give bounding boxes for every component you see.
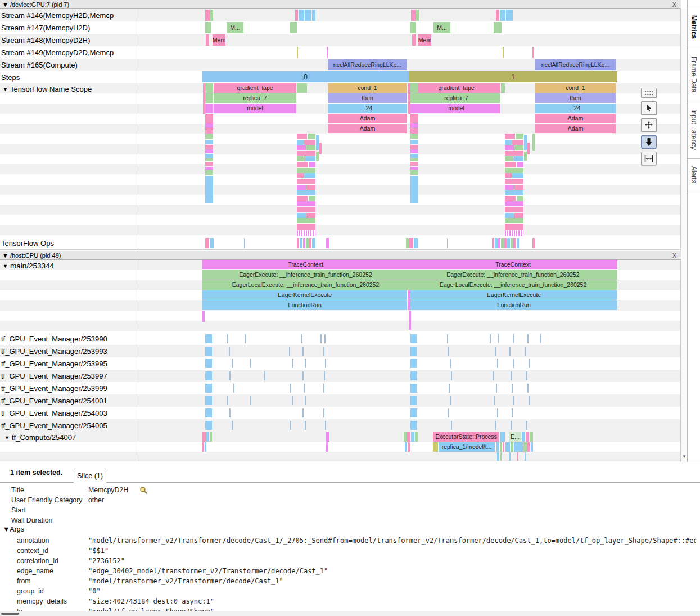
trace-slice[interactable] xyxy=(408,300,410,310)
trace-slice[interactable] xyxy=(525,452,526,461)
trace-slice[interactable] xyxy=(410,170,418,175)
trace-slice[interactable] xyxy=(210,238,214,248)
trace-slice[interactable] xyxy=(410,93,418,103)
trace-slice[interactable] xyxy=(297,185,306,190)
trace-slice[interactable] xyxy=(308,134,315,139)
trace-slice[interactable] xyxy=(492,238,494,248)
trace-slice[interactable] xyxy=(501,238,504,248)
scope-adam[interactable]: Adam xyxy=(328,114,407,123)
track-tensorflow-ops[interactable]: TensorFlow Ops xyxy=(0,237,681,250)
nccl-allreduce-slice[interactable]: ncclAllReduceRingLLKe... xyxy=(328,59,407,70)
trace-slice[interactable] xyxy=(297,83,307,93)
gpu-section-title[interactable]: ▼ /device:GPU:7 (pid 7) xyxy=(2,1,69,8)
scope-model[interactable]: model xyxy=(214,104,296,113)
trace-slice[interactable] xyxy=(505,145,514,150)
scope-model[interactable]: model xyxy=(412,104,500,113)
event-tick[interactable] xyxy=(490,334,491,343)
trace-slice[interactable] xyxy=(503,47,504,58)
trace-slice[interactable] xyxy=(205,154,213,158)
host-section-title[interactable]: ▼ /host:CPU (pid 49) xyxy=(2,252,61,259)
scope-adam[interactable]: Adam xyxy=(535,124,616,133)
trace-slice[interactable] xyxy=(511,238,513,248)
trace-slice[interactable] xyxy=(505,190,523,195)
trace-slice[interactable] xyxy=(297,196,308,201)
scope-adam[interactable]: Adam xyxy=(328,124,407,133)
trace-slice[interactable] xyxy=(498,238,500,248)
gpu-event-slice[interactable] xyxy=(410,359,417,368)
trace-slice[interactable] xyxy=(299,10,304,21)
trace-slice[interactable] xyxy=(505,218,523,223)
trace-slice[interactable] xyxy=(205,128,213,134)
trace-slice[interactable] xyxy=(532,134,535,151)
trace-slice[interactable] xyxy=(410,149,418,153)
event-tick[interactable] xyxy=(301,334,302,343)
trace-slice[interactable] xyxy=(304,140,315,145)
trace-slice[interactable] xyxy=(517,196,523,201)
trace-slice[interactable] xyxy=(312,238,315,248)
trace-slice[interactable] xyxy=(517,238,519,248)
event-tick[interactable] xyxy=(448,347,449,356)
trace-slice[interactable] xyxy=(410,104,418,113)
trace-slice[interactable] xyxy=(205,238,209,248)
memcpy-slice[interactable]: Mem xyxy=(213,34,225,46)
close-button[interactable]: X xyxy=(672,252,676,259)
trace-slice[interactable] xyxy=(505,224,523,230)
trace-slice[interactable] xyxy=(205,104,213,113)
trace-slice[interactable] xyxy=(512,140,523,145)
trace-slice[interactable] xyxy=(205,93,213,103)
track-gpu-event-manager-254005[interactable]: tf_GPU_Event_Manager/254005 xyxy=(0,419,681,431)
event-tick[interactable] xyxy=(232,359,233,368)
trace-slice[interactable] xyxy=(297,162,308,167)
event-tick[interactable] xyxy=(302,371,304,380)
slice-eagerlocalexecute[interactable]: EagerLocalExecute: __inference_train_fun… xyxy=(409,280,617,290)
trace-slice[interactable] xyxy=(505,134,515,139)
event-tick[interactable] xyxy=(233,384,234,393)
vertical-scrollbar[interactable]: ▼ xyxy=(681,9,687,461)
track-gpu-event-manager-253999[interactable]: tf_GPU_Event_Manager/253999 xyxy=(0,382,681,394)
scope-replica-7[interactable]: replica_7 xyxy=(412,93,500,103)
event-tick[interactable] xyxy=(305,396,306,405)
tab-slice[interactable]: Slice (1) xyxy=(74,469,106,483)
zoom-tool-button[interactable] xyxy=(641,135,657,149)
event-tick[interactable] xyxy=(245,334,246,343)
memcpy-slice[interactable]: Mem xyxy=(418,34,431,46)
event-tick[interactable] xyxy=(526,371,527,380)
event-tick[interactable] xyxy=(497,359,498,368)
track-stream-148[interactable]: Stream #148(MemcpyD2H) xyxy=(0,34,681,46)
scope-cond-1[interactable]: cond_1 xyxy=(328,83,407,93)
trace-slice[interactable] xyxy=(406,238,409,248)
event-tick[interactable] xyxy=(323,347,324,356)
gpu-event-slice[interactable] xyxy=(410,371,417,380)
gpu-event-slice[interactable] xyxy=(205,396,212,405)
track-stream-146[interactable]: Stream #146(MemcpyH2D,Memcp xyxy=(0,9,681,21)
trace-slice[interactable] xyxy=(205,123,213,128)
trace-slice[interactable] xyxy=(206,34,209,46)
event-tick[interactable] xyxy=(325,421,326,430)
trace-slice[interactable] xyxy=(205,22,211,33)
scope-gradient-tape[interactable]: gradient_tape xyxy=(412,83,500,93)
trace-slice[interactable] xyxy=(503,442,504,452)
event-tick[interactable] xyxy=(451,421,452,430)
event-tick[interactable] xyxy=(320,334,322,343)
trace-slice[interactable] xyxy=(205,167,213,170)
trace-slice[interactable] xyxy=(500,442,502,452)
trace-slice[interactable] xyxy=(532,47,534,58)
trace-slice[interactable] xyxy=(501,83,505,93)
trace-slice[interactable] xyxy=(404,432,407,442)
trace-slice[interactable] xyxy=(409,311,411,330)
gpu-event-slice[interactable] xyxy=(205,334,212,343)
trace-slice[interactable] xyxy=(408,442,410,452)
event-tick[interactable] xyxy=(498,334,499,343)
trace-slice[interactable] xyxy=(410,128,418,134)
marquee-tool-button[interactable] xyxy=(641,88,657,98)
trace-slice[interactable] xyxy=(297,207,315,212)
trace-slice[interactable] xyxy=(505,196,516,201)
trace-slice[interactable] xyxy=(526,432,529,442)
trace-slice[interactable] xyxy=(505,173,512,178)
trace-slice[interactable] xyxy=(297,134,307,139)
gpu-event-slice[interactable] xyxy=(205,371,212,380)
horizontal-scrollbar[interactable] xyxy=(0,611,700,616)
gpu-event-slice[interactable] xyxy=(205,347,212,356)
trace-slice[interactable] xyxy=(205,114,213,123)
event-tick[interactable] xyxy=(448,408,449,417)
